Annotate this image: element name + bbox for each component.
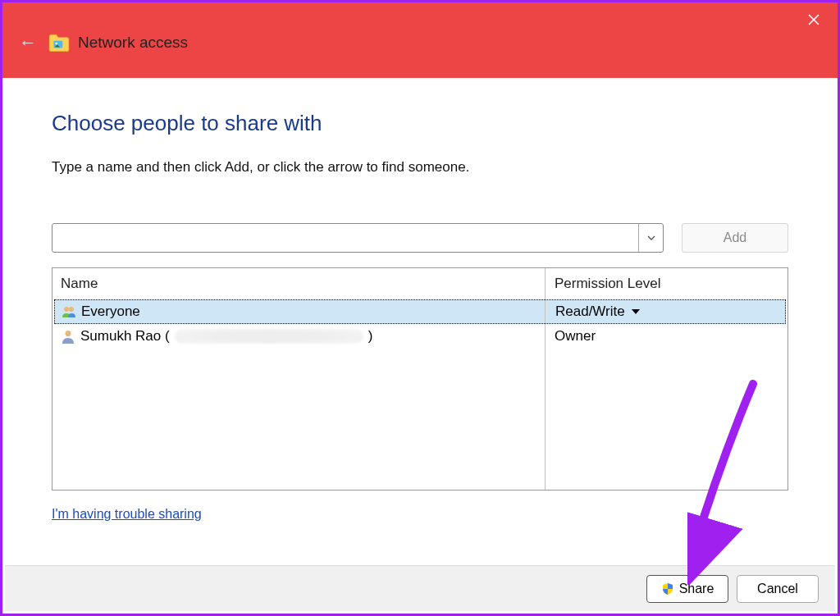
user-combobox[interactable] bbox=[52, 223, 664, 253]
back-arrow-icon[interactable]: ← bbox=[19, 32, 37, 53]
row-name-prefix: Sumukh Rao ( bbox=[80, 328, 170, 345]
column-header-permission[interactable]: Permission Level bbox=[545, 276, 788, 292]
table-row[interactable]: Sumukh Rao ( ) Owner bbox=[52, 324, 788, 349]
share-list-table: Name Permission Level Everyone Read/Writ… bbox=[52, 267, 788, 491]
caret-down-icon bbox=[632, 309, 640, 314]
close-icon bbox=[808, 14, 819, 25]
instruction-text: Type a name and then click Add, or click… bbox=[52, 159, 788, 176]
add-button[interactable]: Add bbox=[682, 223, 788, 253]
row-name: Everyone bbox=[81, 303, 140, 320]
window-title: Network access bbox=[78, 34, 188, 52]
shield-icon bbox=[661, 582, 674, 595]
table-header: Name Permission Level bbox=[52, 268, 788, 299]
page-heading: Choose people to share with bbox=[52, 111, 788, 136]
folder-icon bbox=[48, 34, 70, 52]
redacted-text bbox=[175, 329, 363, 344]
close-button[interactable] bbox=[798, 7, 829, 32]
cancel-button[interactable]: Cancel bbox=[737, 575, 819, 603]
group-icon bbox=[62, 304, 76, 319]
share-button[interactable]: Share bbox=[646, 575, 728, 603]
row-permission: Read/Write bbox=[555, 303, 625, 320]
row-name-suffix: ) bbox=[368, 328, 373, 345]
add-user-row: Add bbox=[52, 223, 788, 253]
user-icon bbox=[61, 329, 75, 344]
column-header-name[interactable]: Name bbox=[52, 276, 545, 292]
titlebar: ← Network access bbox=[2, 2, 838, 78]
chevron-down-icon bbox=[647, 235, 655, 240]
row-name-cell: Sumukh Rao ( ) bbox=[54, 328, 545, 345]
row-permission-cell[interactable]: Read/Write bbox=[546, 303, 785, 320]
svg-point-6 bbox=[66, 331, 71, 336]
row-permission-cell: Owner bbox=[545, 328, 788, 345]
svg-point-5 bbox=[69, 307, 74, 312]
share-button-label: Share bbox=[679, 582, 714, 596]
dialog-footer: Share Cancel bbox=[5, 565, 835, 611]
user-input[interactable] bbox=[52, 224, 638, 252]
row-name-cell: Everyone bbox=[55, 303, 546, 320]
table-row[interactable]: Everyone Read/Write bbox=[54, 299, 786, 324]
column-divider bbox=[545, 268, 546, 490]
trouble-sharing-link[interactable]: I'm having trouble sharing bbox=[52, 507, 202, 522]
dialog-content: Choose people to share with Type a name … bbox=[2, 78, 838, 522]
row-permission: Owner bbox=[555, 328, 596, 345]
user-dropdown-toggle[interactable] bbox=[638, 224, 663, 252]
svg-point-4 bbox=[64, 307, 69, 312]
cancel-button-label: Cancel bbox=[757, 582, 798, 596]
svg-point-1 bbox=[55, 43, 57, 45]
